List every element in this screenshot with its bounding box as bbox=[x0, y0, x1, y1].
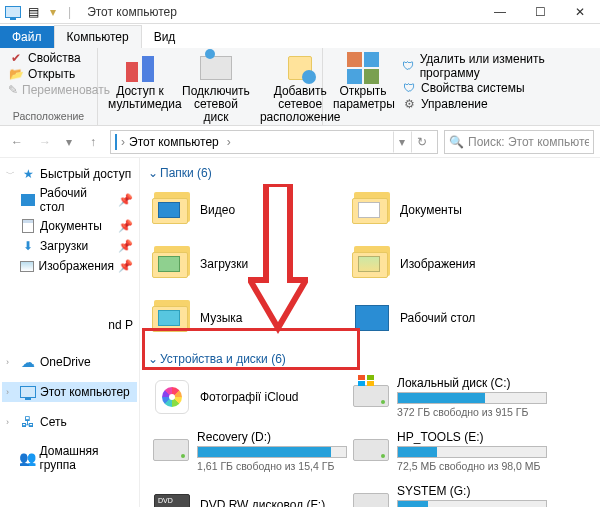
folder-icon bbox=[352, 244, 392, 284]
ribbon-group-label: Расположение bbox=[6, 110, 91, 123]
add-location-icon bbox=[286, 54, 314, 82]
photos-icon bbox=[152, 377, 192, 417]
sidebar-desktop[interactable]: Рабочий стол📌 bbox=[2, 184, 137, 216]
sidebar-downloads[interactable]: ⬇Загрузки📌 bbox=[2, 236, 137, 256]
nav-back-button[interactable]: ← bbox=[6, 131, 28, 153]
sidebar-quick-access[interactable]: ﹀★Быстрый доступ bbox=[2, 164, 137, 184]
ribbon-tabs: Файл Компьютер Вид bbox=[0, 24, 600, 48]
content-pane: ⌄Папки (6) Видео Документы Загрузки Изоб… bbox=[140, 158, 600, 507]
drive-icloud-photos[interactable]: Фотографії iCloud bbox=[144, 372, 344, 426]
folder-documents[interactable]: Документы bbox=[344, 186, 544, 240]
address-icon bbox=[115, 135, 117, 149]
app-icon bbox=[4, 3, 22, 21]
folder-icon bbox=[352, 190, 392, 230]
search-placeholder: Поиск: Этот компьютер bbox=[468, 135, 589, 149]
address-refresh-button[interactable]: ↻ bbox=[411, 131, 433, 153]
ribbon-rename[interactable]: ✎Переименовать bbox=[6, 82, 91, 98]
folder-videos[interactable]: Видео bbox=[144, 186, 344, 240]
tab-view[interactable]: Вид bbox=[142, 26, 188, 48]
sidebar-pictures[interactable]: Изображения📌 bbox=[2, 256, 137, 276]
sidebar-onedrive[interactable]: ›☁OneDrive bbox=[2, 352, 137, 372]
netdrive-icon bbox=[200, 56, 232, 80]
usage-bar bbox=[397, 446, 547, 458]
minimize-button[interactable]: — bbox=[480, 0, 520, 24]
ribbon-sys-props[interactable]: 🛡Свойства системы bbox=[399, 80, 594, 96]
drive-icon bbox=[352, 484, 389, 507]
folder-icon bbox=[152, 244, 192, 284]
tab-file[interactable]: Файл bbox=[0, 26, 54, 48]
qat-properties-icon[interactable]: ▤ bbox=[24, 3, 42, 21]
ribbon-multimedia[interactable]: Доступ к мультимедиа bbox=[104, 50, 176, 127]
window-controls: — ☐ ✕ bbox=[480, 0, 600, 24]
folder-icon bbox=[152, 298, 192, 338]
folder-downloads[interactable]: Загрузки bbox=[144, 240, 344, 294]
drive-recovery-d[interactable]: Recovery (D:) 1,61 ГБ свободно из 15,4 Г… bbox=[144, 426, 344, 480]
ribbon-open-params[interactable]: Открыть параметры bbox=[329, 50, 397, 113]
dvd-icon bbox=[152, 485, 192, 507]
chevron-down-icon: ⌄ bbox=[148, 166, 158, 180]
search-box[interactable]: 🔍 Поиск: Этот компьютер bbox=[444, 130, 594, 154]
tab-computer[interactable]: Компьютер bbox=[54, 25, 142, 48]
drive-system-g[interactable]: SYSTEM (G:) 158 МБ свободно из 198 МБ bbox=[344, 480, 544, 507]
address-bar[interactable]: › Этот компьютер› ▾ ↻ bbox=[110, 130, 438, 154]
qat-new-folder-icon[interactable]: ▾ bbox=[44, 3, 62, 21]
window-title: Этот компьютер bbox=[79, 5, 177, 19]
folder-icon bbox=[152, 190, 192, 230]
drive-hptools-e[interactable]: HP_TOOLS (E:) 72,5 МБ свободно из 98,0 М… bbox=[344, 426, 544, 480]
drive-icon bbox=[152, 430, 189, 470]
ribbon-manage[interactable]: ⚙Управление bbox=[399, 96, 594, 112]
chevron-down-icon: ⌄ bbox=[148, 352, 158, 366]
sidebar-homegroup[interactable]: 👥Домашняя группа bbox=[2, 442, 137, 474]
sidebar-network[interactable]: ›🖧Сеть bbox=[2, 412, 137, 432]
maximize-button[interactable]: ☐ bbox=[520, 0, 560, 24]
address-bar-row: ← → ▾ ↑ › Этот компьютер› ▾ ↻ 🔍 Поиск: Э… bbox=[0, 126, 600, 158]
search-icon: 🔍 bbox=[449, 135, 464, 149]
sidebar-documents[interactable]: Документы📌 bbox=[2, 216, 137, 236]
folder-music[interactable]: Музыка bbox=[144, 294, 344, 348]
navigation-pane: ﹀★Быстрый доступ Рабочий стол📌 Документы… bbox=[0, 158, 140, 507]
nav-up-button[interactable]: ↑ bbox=[82, 131, 104, 153]
drive-icon bbox=[352, 430, 389, 470]
ribbon-uninstall[interactable]: 🛡Удалить или изменить программу bbox=[399, 52, 594, 80]
section-devices[interactable]: ⌄Устройства и диски (6) bbox=[144, 348, 596, 372]
section-folders[interactable]: ⌄Папки (6) bbox=[144, 162, 596, 186]
drive-local-c[interactable]: Локальный диск (C:) 372 ГБ свободно из 9… bbox=[344, 372, 544, 426]
params-icon bbox=[347, 52, 379, 84]
ribbon-open[interactable]: 📂Открыть bbox=[6, 66, 91, 82]
nav-recent-button[interactable]: ▾ bbox=[62, 131, 76, 153]
sidebar-this-pc[interactable]: ›Этот компьютер bbox=[2, 382, 137, 402]
quick-access-toolbar: ▤ ▾ | bbox=[0, 3, 79, 21]
folder-desktop[interactable]: Рабочий стол bbox=[344, 294, 544, 348]
nav-forward-button[interactable]: → bbox=[34, 131, 56, 153]
title-bar: ▤ ▾ | Этот компьютер — ☐ ✕ bbox=[0, 0, 600, 24]
drive-icon bbox=[352, 376, 389, 416]
ribbon-properties[interactable]: ✔Свойства bbox=[6, 50, 91, 66]
usage-bar bbox=[397, 392, 547, 404]
ribbon-map-netdrive[interactable]: Подключить сетевой диск bbox=[178, 50, 254, 127]
sidebar-truncated-item[interactable]: nd P bbox=[2, 316, 137, 334]
ribbon: ✔Свойства 📂Открыть ✎Переименовать Распол… bbox=[0, 48, 600, 126]
desktop-icon bbox=[352, 298, 392, 338]
usage-bar bbox=[197, 446, 347, 458]
usage-bar bbox=[397, 500, 547, 507]
multimedia-icon bbox=[124, 52, 156, 84]
close-button[interactable]: ✕ bbox=[560, 0, 600, 24]
address-dropdown-button[interactable]: ▾ bbox=[393, 131, 411, 153]
drive-dvd-f[interactable]: DVD RW дисковод (F:) bbox=[144, 480, 344, 507]
folder-pictures[interactable]: Изображения bbox=[344, 240, 544, 294]
breadcrumb-this-pc: Этот компьютер› bbox=[129, 135, 231, 149]
